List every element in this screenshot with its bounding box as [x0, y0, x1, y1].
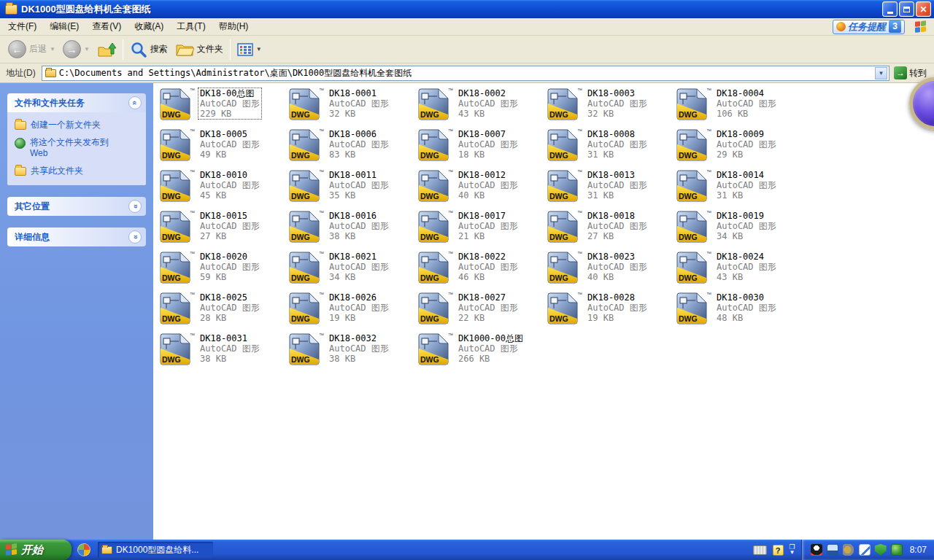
trademark-glyph: ™	[448, 210, 453, 215]
chevron-down-icon[interactable]: «	[128, 230, 142, 244]
taskbar-window-button[interactable]: DK1000型圆盘给料...	[98, 542, 213, 558]
file-tile[interactable]: DWG ™ DK18-00总图 AutoCAD 图形 229 KB	[157, 86, 286, 127]
file-type: AutoCAD 图形	[328, 262, 390, 272]
network-status-icon[interactable]	[827, 544, 838, 556]
task-link[interactable]: 创建一个新文件夹	[15, 120, 140, 131]
task-link[interactable]: 共享此文件夹	[15, 166, 140, 176]
file-tile[interactable]: DWG ™ DK18-0016 AutoCAD 图形 38 KB	[286, 209, 415, 249]
file-tile[interactable]: DWG ™ DK18-0025 AutoCAD 图形 28 KB	[157, 290, 286, 331]
menu-item[interactable]: 帮助(H)	[212, 18, 255, 35]
antivirus-icon[interactable]	[891, 544, 903, 556]
file-tile[interactable]: DWG ™ DK18-0032 AutoCAD 图形 38 KB	[286, 331, 415, 372]
svg-text:DWG: DWG	[420, 355, 439, 364]
file-size: 19 KB	[586, 313, 649, 323]
help-icon[interactable]: ?	[773, 545, 784, 556]
chevron-up-icon[interactable]: «	[128, 96, 142, 109]
quick-launch-app-icon[interactable]	[77, 543, 90, 556]
forward-button[interactable]: → ▼	[59, 37, 93, 62]
svg-text:DWG: DWG	[162, 233, 181, 241]
keyboard-input-icon[interactable]	[753, 545, 767, 555]
file-tile[interactable]: DWG ™ DK18-0028 AutoCAD 图形 19 KB	[544, 290, 674, 331]
minimize-icon	[887, 12, 893, 14]
file-tile[interactable]: DWG ™ DK18-0019 AutoCAD 图形 34 KB	[674, 209, 803, 249]
file-tile[interactable]: DWG ™ DK18-0027 AutoCAD 图形 22 KB	[415, 290, 544, 331]
file-tile[interactable]: DWG ™ DK18-0017 AutoCAD 图形 21 KB	[415, 209, 544, 249]
file-name: DK18-0025	[198, 292, 261, 303]
file-size: 21 KB	[457, 231, 520, 241]
file-tile[interactable]: DWG ™ DK18-0023 AutoCAD 图形 40 KB	[544, 249, 674, 290]
folder-action-icon	[15, 167, 26, 176]
taskbar: 开始 DK1000型圆盘给料... ? ❐▾ 8:07	[0, 540, 934, 560]
file-tile[interactable]: DWG ™ DK18-0005 AutoCAD 图形 49 KB	[157, 127, 286, 168]
file-type: AutoCAD 图形	[586, 221, 649, 231]
svg-text:DWG: DWG	[420, 273, 439, 282]
file-tile[interactable]: DWG ™ DK18-0004 AutoCAD 图形 106 KB	[674, 86, 803, 127]
file-tile[interactable]: DWG ™ DK18-0006 AutoCAD 图形 83 KB	[286, 127, 415, 168]
file-tile[interactable]: DWG ™ DK18-0012 AutoCAD 图形 40 KB	[415, 168, 544, 209]
file-tile[interactable]: DWG ™ DK18-0020 AutoCAD 图形 59 KB	[157, 249, 286, 290]
menu-item[interactable]: 编辑(E)	[43, 18, 85, 35]
menu-item[interactable]: 工具(T)	[170, 18, 212, 35]
search-button[interactable]: 搜索	[126, 37, 171, 62]
file-tile[interactable]: DWG ™ DK18-0022 AutoCAD 图形 46 KB	[415, 249, 544, 290]
file-tile[interactable]: DWG ™ DK18-0002 AutoCAD 图形 43 KB	[415, 86, 544, 127]
address-dropdown-button[interactable]: ▼	[875, 67, 887, 79]
file-name: DK18-0015	[198, 211, 261, 221]
restore-button[interactable]	[899, 1, 914, 17]
file-tile[interactable]: DWG ™ DK18-0007 AutoCAD 图形 18 KB	[415, 127, 544, 168]
file-tile[interactable]: DWG ™ DK18-0014 AutoCAD 图形 31 KB	[674, 168, 803, 209]
go-button[interactable]: → 转到	[894, 66, 927, 79]
dwg-file-icon: DWG ™	[546, 129, 582, 166]
menu-item[interactable]: 文件(F)	[1, 18, 43, 35]
trademark-glyph: ™	[577, 169, 582, 174]
file-tile[interactable]: DWG ™ DK18-0018 AutoCAD 图形 27 KB	[544, 209, 674, 249]
back-button[interactable]: ← 后退 ▼	[4, 37, 59, 62]
file-tile[interactable]: DWG ™ DK18-0031 AutoCAD 图形 38 KB	[157, 331, 286, 372]
file-tile[interactable]: DWG ™ DK18-0013 AutoCAD 图形 31 KB	[544, 168, 674, 209]
file-tile[interactable]: DWG ™ DK18-0003 AutoCAD 图形 32 KB	[544, 86, 674, 127]
file-tile[interactable]: DWG ™ DK18-0021 AutoCAD 图形 34 KB	[286, 249, 415, 290]
security-shield-icon[interactable]	[875, 544, 887, 556]
file-name: DK18-0004	[715, 88, 778, 98]
dwg-file-icon: DWG ™	[158, 333, 195, 370]
panel-header-other-places[interactable]: 其它位置 «	[7, 197, 146, 216]
folders-button[interactable]: 文件夹	[171, 37, 227, 62]
file-tile[interactable]: DWG ™ DK18-0008 AutoCAD 图形 31 KB	[544, 127, 674, 168]
file-tile[interactable]: DWG ™ DK18-0011 AutoCAD 图形 35 KB	[286, 168, 415, 209]
collapse-tray-icon[interactable]: ❐▾	[790, 545, 795, 555]
task-reminder-widget[interactable]: 任务提醒 3	[833, 20, 905, 34]
taskbar-clock[interactable]: 8:07	[910, 545, 927, 555]
panel-header-file-folder-tasks[interactable]: 文件和文件夹任务 «	[7, 93, 146, 112]
minimize-button[interactable]	[882, 1, 898, 17]
views-icon	[237, 43, 253, 56]
trademark-glyph: ™	[190, 251, 195, 256]
file-type: AutoCAD 图形	[328, 180, 390, 190]
file-tile[interactable]: DWG ™ DK18-0024 AutoCAD 图形 43 KB	[674, 249, 803, 290]
file-tile[interactable]: DWG ™ DK18-0010 AutoCAD 图形 45 KB	[157, 168, 286, 209]
address-input[interactable]: C:\Documents and Settings\Administrator\…	[42, 66, 889, 81]
volume-icon[interactable]	[843, 544, 854, 556]
file-tile[interactable]: DWG ™ DK18-0015 AutoCAD 图形 27 KB	[157, 209, 286, 249]
up-button[interactable]	[93, 37, 120, 62]
menu-bar: 文件(F)编辑(E)查看(V)收藏(A)工具(T)帮助(H) 任务提醒 3	[0, 18, 934, 36]
trademark-glyph: ™	[190, 128, 195, 133]
trademark-glyph: ™	[319, 210, 324, 215]
task-link[interactable]: 将这个文件夹发布到 Web	[15, 137, 140, 159]
panel-header-details[interactable]: 详细信息 «	[7, 228, 146, 246]
file-tile[interactable]: DWG ™ DK18-0001 AutoCAD 图形 32 KB	[286, 86, 415, 127]
start-button[interactable]: 开始	[0, 540, 72, 560]
file-tile[interactable]: DWG ™ DK18-0026 AutoCAD 图形 19 KB	[286, 290, 415, 331]
file-tile[interactable]: DWG ™ DK1000-00总图 AutoCAD 图形 266 KB	[415, 331, 544, 372]
file-type: AutoCAD 图形	[715, 139, 778, 149]
panel-file-folder-tasks: 文件和文件夹任务 « 创建一个新文件夹 将这个文件夹发布到 Web	[7, 93, 146, 185]
file-tile[interactable]: DWG ™ DK18-0009 AutoCAD 图形 29 KB	[674, 127, 803, 168]
menu-item[interactable]: 收藏(A)	[128, 18, 170, 35]
download-manager-icon[interactable]	[859, 544, 871, 556]
views-button[interactable]: ▼	[234, 37, 266, 62]
file-list: DWG ™ DK18-00总图 AutoCAD 图形 229 KB	[153, 83, 934, 540]
close-button[interactable]: ✕	[916, 1, 931, 17]
file-tile[interactable]: DWG ™ DK18-0030 AutoCAD 图形 48 KB	[674, 290, 803, 331]
menu-item[interactable]: 查看(V)	[85, 18, 128, 35]
chevron-down-icon[interactable]: «	[128, 200, 142, 213]
qq-messenger-icon[interactable]	[811, 544, 822, 556]
